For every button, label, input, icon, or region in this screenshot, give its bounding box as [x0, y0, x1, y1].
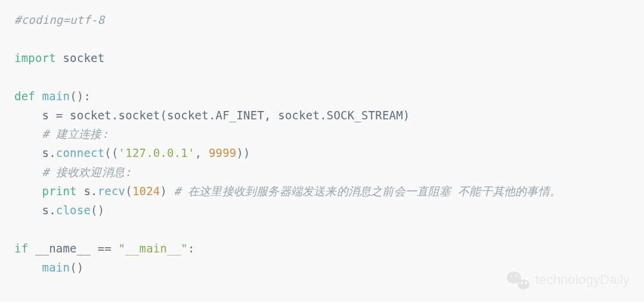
comment-block-note: # 在这里接收到服务器端发送来的消息之前会一直阻塞 不能干其他的事情。: [174, 184, 561, 198]
ident-s-close: s.: [14, 204, 56, 217]
number-port: 9999: [209, 146, 237, 159]
punct-call2: (): [70, 261, 83, 274]
ident-s-connect: s.: [14, 146, 56, 159]
string-host: '127.0.0.1': [119, 146, 195, 159]
string-main: "__main__": [119, 242, 188, 255]
ident-s-recv: s.: [77, 184, 98, 198]
method-close: close: [56, 204, 91, 217]
punct-close: )): [236, 146, 250, 159]
op-eq: =: [56, 109, 63, 122]
punct-open2: (: [125, 184, 132, 198]
code-block: #coding=utf-8 import socket def main(): …: [0, 0, 644, 285]
punct-open: ((: [104, 146, 118, 159]
keyword-if: if: [14, 242, 28, 255]
keyword-def: def: [14, 90, 35, 103]
keyword-import: import: [14, 51, 56, 64]
punct-comma: ,: [195, 146, 209, 159]
wechat-icon: [507, 272, 530, 289]
expr-socket-create: socket.socket(socket.AF_INET, socket.SOC…: [63, 109, 410, 122]
watermark: technologyDaily: [507, 269, 630, 291]
punct-call: (): [91, 204, 104, 217]
indent: [14, 127, 42, 140]
watermark-text: technologyDaily: [535, 269, 630, 291]
punct-close2: ): [160, 184, 174, 198]
op-eqeq: ==: [98, 242, 112, 255]
comment-encoding: #coding=utf-8: [14, 13, 104, 26]
keyword-print: print: [42, 184, 77, 198]
ident-name: __name__: [28, 242, 97, 255]
ident-assign-s: s: [14, 109, 56, 122]
space: [112, 242, 119, 255]
number-buf: 1024: [132, 184, 160, 198]
method-recv: recv: [98, 184, 126, 198]
call-main: main: [42, 261, 70, 274]
indent: [14, 165, 42, 178]
method-connect: connect: [56, 146, 104, 159]
comment-recv: # 接收欢迎消息:: [42, 165, 132, 178]
comment-connect: # 建立连接:: [42, 127, 109, 140]
punct-def-sig: ():: [70, 90, 91, 103]
module-socket: socket: [56, 51, 104, 64]
indent: [14, 184, 42, 198]
punct-colon: :: [188, 242, 195, 255]
indent: [14, 261, 42, 274]
function-name-main: main: [35, 90, 70, 103]
